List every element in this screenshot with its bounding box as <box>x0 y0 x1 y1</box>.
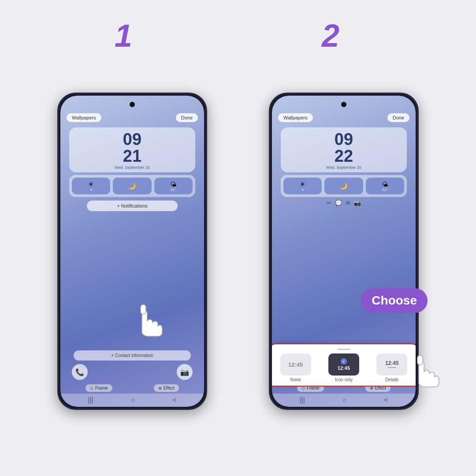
option-preview-icon: ✓ 12:45 <box>328 353 359 376</box>
phone1-notif-btn[interactable]: + Notifications <box>87 201 178 211</box>
phone2-clock-date: Wed, September 25 <box>287 165 401 170</box>
sheet-handle <box>337 349 350 350</box>
icon-opt-inner: ✓ 12:45 <box>338 358 350 371</box>
phone1-clock-hour: 09 <box>75 131 189 148</box>
phone2-widget-sun-text: 3 <box>301 188 303 192</box>
phone1-navbar: ||| ○ < <box>60 394 204 407</box>
phone1-camera <box>130 102 135 107</box>
phone1-frame-effect: ◇ Frame ⊛ Effect <box>60 383 204 394</box>
phone1: Wallpapers Done 09 21 Wed, September 25 <box>57 93 207 410</box>
phone1-effect-btn[interactable]: ⊛ Effect <box>154 384 179 392</box>
sun-icon: ☀ <box>88 181 94 188</box>
phone2-wrapper: Wallpapers Done 09 22 Wed, September 25 <box>269 66 419 410</box>
phone1-content: Wallpapers Done 09 21 Wed, September 25 <box>60 96 204 407</box>
phone2: Wallpapers Done 09 22 Wed, September 25 <box>269 93 419 410</box>
phone1-widget-cloud: 🌤 21° <box>154 178 193 194</box>
phone2-navbar: ||| ○ < <box>272 394 416 407</box>
phone1-clock-widget: 09 21 Wed, September 25 <box>69 127 195 172</box>
phone2-bottom-sheet: 12:45 None ✓ 12:45 <box>272 343 416 387</box>
phone1-call-icon[interactable]: 📞 <box>72 364 88 380</box>
phone2-inner: Wallpapers Done 09 22 Wed, September 25 <box>272 96 416 407</box>
phone2-camera <box>341 102 346 107</box>
phone2-clock-widget: 09 22 Wed, September 25 <box>281 127 407 172</box>
sheet-option-details[interactable]: 12:45 Details <box>369 353 415 382</box>
phone1-hand-cursor <box>129 300 164 342</box>
details-time: 12:45 <box>385 360 399 366</box>
details-bar <box>387 367 396 368</box>
phone1-nav-recent[interactable]: ||| <box>88 396 93 404</box>
phone1-widget-sun: ☀ 3 <box>72 178 110 194</box>
phone1-frame-label: Frame <box>95 386 108 390</box>
phone2-sun-icon: ☀ <box>300 181 305 188</box>
phone1-camera-icon[interactable]: 📷 <box>177 364 193 380</box>
frame-diamond-icon: ◇ <box>90 386 93 390</box>
phone1-widget-sun-text: 3 <box>90 188 92 192</box>
phone2-cloud-icon: 🌤 <box>382 181 388 188</box>
choose-bubble: Choose <box>361 288 428 313</box>
phone2-main: Wallpapers Done 09 22 Wed, September 25 <box>272 96 416 383</box>
option-none-time: 12:45 <box>288 361 303 368</box>
phone2-nav-home[interactable]: ○ <box>342 396 347 404</box>
phone1-screen-bottom: + Contact information 📞 📷 ◇ Frame <box>60 350 204 407</box>
option-label-icon: Icon only <box>335 377 353 382</box>
phone2-wallpapers-btn[interactable]: Wallpapers <box>278 113 313 122</box>
phone1-nav-home[interactable]: ○ <box>131 396 135 404</box>
status-icon-1: ✂ <box>327 200 331 206</box>
phone2-clock-hour: 09 <box>287 131 401 148</box>
phone1-effect-label: Effect <box>164 386 175 390</box>
phone2-widget-moon: 🌙 <box>324 178 363 194</box>
svg-rect-0 <box>141 305 146 314</box>
option-preview-details: 12:45 <box>376 353 407 376</box>
option-label-none: None <box>290 377 301 382</box>
phone1-widget-temp: 21° <box>171 188 176 192</box>
sheet-options: 12:45 None ✓ 12:45 <box>273 353 415 382</box>
phone1-done-btn[interactable]: Done <box>176 113 198 122</box>
choose-label: Choose <box>372 294 417 307</box>
phone1-clock-minute: 21 <box>75 148 189 164</box>
phone1-nav-back[interactable]: < <box>172 396 176 404</box>
phone2-nav-recent[interactable]: ||| <box>299 396 305 404</box>
step2-number: 2 <box>322 18 339 54</box>
status-icon-4: 📷 <box>354 200 361 206</box>
phone1-bottom-icons: 📞 📷 <box>60 364 204 380</box>
phone2-widget-sun: ☀ 3 <box>283 178 322 194</box>
option-label-details: Details <box>385 377 399 382</box>
option-preview-none: 12:45 <box>280 353 311 376</box>
main-container: 1 2 Wallpapers Done <box>0 0 476 476</box>
effect-icon: ⊛ <box>158 386 162 390</box>
moon-icon: 🌙 <box>128 182 136 190</box>
phone2-widget-temp: 21° <box>382 188 387 192</box>
phone1-inner: Wallpapers Done 09 21 Wed, September 25 <box>60 96 204 407</box>
phone2-screen: Wallpapers Done 09 22 Wed, September 25 <box>272 96 416 407</box>
details-content: 12:45 <box>385 360 399 369</box>
status-icon-3: ✉ <box>346 200 350 206</box>
sheet-option-none[interactable]: 12:45 None <box>273 353 318 382</box>
phone1-widget-moon: 🌙 <box>113 178 151 194</box>
phone2-done-btn[interactable]: Done <box>387 113 409 122</box>
sheet-option-icon[interactable]: ✓ 12:45 Icon only <box>321 353 366 382</box>
svg-rect-1 <box>417 355 423 365</box>
phone2-widget-cloud: 🌤 21° <box>366 178 404 194</box>
phone1-contact-btn[interactable]: + Contact information <box>74 350 191 361</box>
icon-check: ✓ <box>341 358 347 364</box>
phone2-moon-icon: 🌙 <box>340 182 347 190</box>
phone1-widgets-row: ☀ 3 🌙 🌤 21° <box>69 175 195 197</box>
phone2-topbar: Wallpapers Done <box>272 96 416 126</box>
cloud-icon: 🌤 <box>170 181 176 188</box>
status-icon-2: 💬 <box>335 200 342 206</box>
phone2-nav-back[interactable]: < <box>384 396 388 404</box>
phone1-wrapper: Wallpapers Done 09 21 Wed, September 25 <box>57 66 207 410</box>
phone1-frame-btn[interactable]: ◇ Frame <box>86 384 112 392</box>
phone1-topbar: Wallpapers Done <box>60 96 204 126</box>
phone1-screen: Wallpapers Done 09 21 Wed, September 25 <box>60 96 204 407</box>
step1-number: 1 <box>115 18 132 54</box>
phone1-notif-area: + Notifications <box>74 201 191 211</box>
phone2-clock-minute: 22 <box>287 148 401 164</box>
phone2-status-row: ✂ 💬 ✉ 📷 <box>281 200 407 206</box>
option-icon-time: 12:45 <box>338 365 350 371</box>
phone1-clock-date: Wed, September 25 <box>75 165 189 170</box>
phone2-widgets-row: ☀ 3 🌙 🌤 21° <box>281 175 407 197</box>
phone1-wallpapers-btn[interactable]: Wallpapers <box>67 113 101 122</box>
